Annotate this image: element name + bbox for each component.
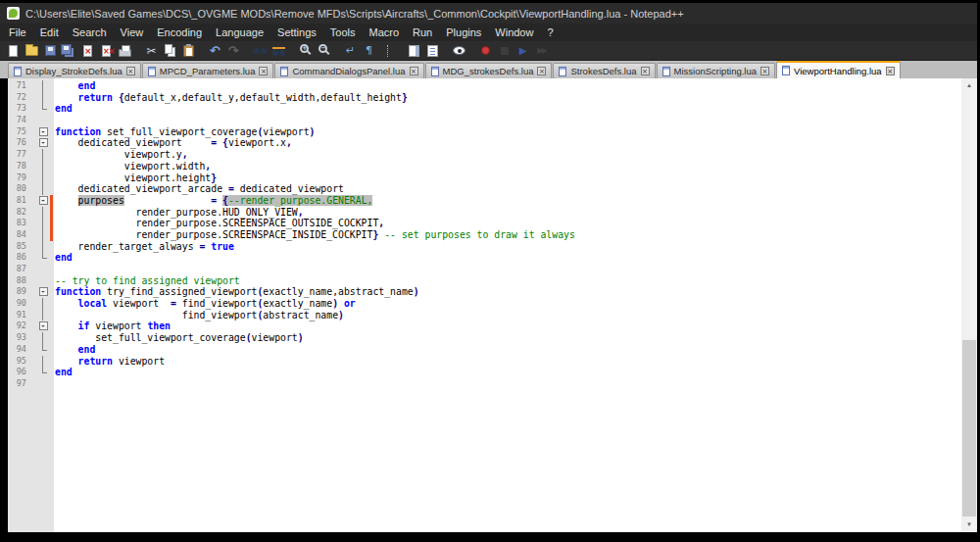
save-all-icon[interactable] xyxy=(61,42,77,59)
code-line[interactable]: 83 render_purpose.SCREENSPACE_OUTSIDE_CO… xyxy=(0,218,961,229)
fold-margin[interactable] xyxy=(37,80,49,92)
menu-item-settings[interactable]: Settings xyxy=(270,25,323,40)
code-line[interactable]: 90 local viewport = find_viewport(exactl… xyxy=(0,298,961,310)
code-text[interactable]: render_purpose.SCREENSPACE_OUTSIDE_COCKP… xyxy=(54,218,384,229)
monitoring-icon[interactable] xyxy=(451,42,467,59)
menu-item-edit[interactable]: Edit xyxy=(33,25,66,40)
code-text[interactable]: render_target_always = true xyxy=(54,241,234,253)
code-text[interactable]: if viewport then xyxy=(54,320,171,332)
function-list-icon[interactable] xyxy=(424,42,441,59)
open-file-icon[interactable] xyxy=(24,42,40,59)
fold-margin[interactable] xyxy=(37,161,49,172)
code-line[interactable]: 82 render_purpose.HUD_ONLY_VIEW, xyxy=(0,207,961,219)
menu-item-run[interactable]: Run xyxy=(406,25,439,40)
menu-item-tools[interactable]: Tools xyxy=(323,25,363,40)
code-line[interactable]: 76- dedicated_viewport = {viewport.x, xyxy=(0,137,961,149)
menu-item-encoding[interactable]: Encoding xyxy=(150,25,209,40)
code-text[interactable]: purposes = {--render_purpose.GENERAL, xyxy=(54,195,372,207)
code-text[interactable] xyxy=(54,115,55,126)
fold-margin[interactable] xyxy=(37,264,49,275)
menu-item-?[interactable]: ? xyxy=(540,25,560,40)
fold-margin[interactable] xyxy=(37,310,49,321)
code-line[interactable]: 84 render_purpose.SCREENSPACE_INSIDE_COC… xyxy=(0,229,961,241)
menu-item-plugins[interactable]: Plugins xyxy=(439,25,488,40)
tab-close-icon[interactable]: × xyxy=(410,67,418,75)
fold-margin[interactable]: - xyxy=(37,286,49,298)
scroll-up-icon[interactable]: ▲ xyxy=(961,78,977,93)
fold-margin[interactable] xyxy=(37,229,49,241)
code-text[interactable]: function set_full_viewport_coverage(view… xyxy=(54,126,315,138)
code-line[interactable]: 96end xyxy=(0,367,961,378)
fold-margin[interactable]: - xyxy=(37,195,49,207)
code-line[interactable]: 81- purposes = {--render_purpose.GENERAL… xyxy=(0,195,961,207)
paste-icon[interactable] xyxy=(180,42,197,59)
fold-margin[interactable] xyxy=(37,207,49,219)
code-line[interactable]: 72 return {default_x,default_y,default_w… xyxy=(0,92,961,104)
document-map-icon[interactable] xyxy=(406,42,422,59)
code-text[interactable]: viewport.height} xyxy=(54,172,217,184)
scroll-down-icon[interactable]: ▼ xyxy=(961,517,977,532)
fold-margin[interactable] xyxy=(37,378,49,390)
play-macro-icon[interactable]: ▶ xyxy=(514,42,531,59)
code-text[interactable]: end xyxy=(54,252,73,264)
code-line[interactable]: 78 viewport.width, xyxy=(0,161,961,172)
code-text[interactable]: local viewport = find_viewport(exactly_n… xyxy=(54,298,356,310)
tab-missionscripting-lua[interactable]: MissionScripting.lua× xyxy=(657,63,775,78)
tab-close-icon[interactable]: × xyxy=(259,67,268,75)
fold-collapse-icon[interactable]: - xyxy=(39,127,48,136)
fold-collapse-icon[interactable]: - xyxy=(39,321,48,330)
code-text[interactable]: viewport.width, xyxy=(54,161,211,172)
tab-mdg_strokesdefs-lua[interactable]: MDG_strokesDefs.lua× xyxy=(425,63,553,78)
code-text[interactable] xyxy=(54,264,55,275)
fold-margin[interactable] xyxy=(37,115,49,126)
record-macro-icon[interactable] xyxy=(477,42,494,59)
tab-viewporthandling-lua[interactable]: ViewportHandling.lua× xyxy=(776,61,901,78)
fold-margin[interactable]: - xyxy=(37,137,49,149)
zoom-in-icon[interactable] xyxy=(297,42,314,59)
fold-collapse-icon[interactable]: - xyxy=(39,196,48,205)
fold-collapse-icon[interactable]: - xyxy=(39,138,48,147)
code-text[interactable]: end xyxy=(54,344,95,356)
find-icon[interactable] xyxy=(252,42,269,59)
word-wrap-icon[interactable]: ↵ xyxy=(342,42,359,59)
code-line[interactable]: 93 set_full_viewport_coverage(viewport) xyxy=(0,332,961,344)
code-text[interactable]: render_purpose.HUD_ONLY_VIEW, xyxy=(54,207,304,219)
code-line[interactable]: 97 xyxy=(0,378,961,390)
code-line[interactable]: 86end xyxy=(0,252,961,264)
code-line[interactable]: 87 xyxy=(0,264,961,275)
close-file-icon[interactable] xyxy=(79,42,96,59)
tab-display_strokedefs-lua[interactable]: Display_StrokeDefs.lua× xyxy=(8,63,141,78)
code-area[interactable]: 71 end72 return {default_x,default_y,def… xyxy=(0,78,961,532)
close-all-icon[interactable] xyxy=(98,42,115,59)
menu-item-language[interactable]: Language xyxy=(209,25,270,40)
tab-mpcd_parameters-lua[interactable]: MPCD_Parameters.lua× xyxy=(142,63,274,78)
fold-margin[interactable] xyxy=(37,103,49,115)
replace-icon[interactable] xyxy=(270,42,287,59)
code-line[interactable]: 91 find_viewport(abstract_name) xyxy=(0,310,961,321)
code-text[interactable]: find_viewport(abstract_name) xyxy=(54,310,344,321)
code-text[interactable]: end xyxy=(54,103,73,115)
show-all-characters-icon[interactable]: ¶ xyxy=(361,42,377,59)
fold-margin[interactable] xyxy=(37,149,49,161)
fold-margin[interactable]: - xyxy=(37,126,49,138)
code-line[interactable]: 92- if viewport then xyxy=(0,320,961,332)
menu-item-macro[interactable]: Macro xyxy=(362,25,406,40)
fold-margin[interactable]: - xyxy=(37,320,49,332)
tab-close-icon[interactable]: × xyxy=(641,67,650,75)
code-text[interactable]: render_purpose.SCREENSPACE_INSIDE_COCKPI… xyxy=(54,229,575,241)
code-line[interactable]: 77 viewport.y, xyxy=(0,149,961,161)
fold-margin[interactable] xyxy=(37,275,49,287)
code-text[interactable]: set_full_viewport_coverage(viewport) xyxy=(54,332,304,344)
fold-margin[interactable] xyxy=(37,172,49,184)
code-text[interactable] xyxy=(54,378,55,390)
code-text[interactable]: return {default_x,default_y,default_widt… xyxy=(54,92,408,104)
save-file-icon[interactable] xyxy=(42,42,59,59)
menu-item-search[interactable]: Search xyxy=(66,25,114,40)
zoom-out-icon[interactable] xyxy=(316,42,332,59)
tab-close-icon[interactable]: × xyxy=(886,67,895,75)
code-text[interactable]: viewport.y, xyxy=(54,149,188,161)
code-line[interactable]: 73end xyxy=(0,103,961,115)
fold-margin[interactable] xyxy=(37,183,49,195)
code-text[interactable]: end xyxy=(54,80,95,92)
fold-margin[interactable] xyxy=(37,252,49,264)
